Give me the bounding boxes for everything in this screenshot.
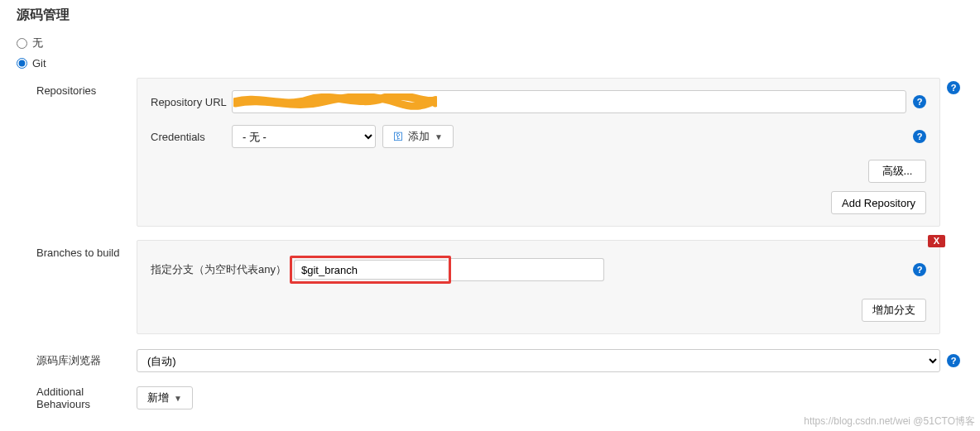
scm-option-git[interactable]: Git: [17, 54, 963, 73]
delete-branch-button[interactable]: X: [928, 235, 945, 247]
help-icon[interactable]: ?: [913, 95, 926, 108]
repo-url-label: Repository URL: [151, 96, 232, 108]
add-credentials-label: 添加: [408, 129, 430, 144]
branch-input-tail[interactable]: [451, 258, 604, 281]
branches-panel: X 指定分支（为空时代表any） ? 增加分支: [137, 240, 940, 334]
credentials-label: Credentials: [151, 131, 232, 143]
credentials-select[interactable]: - 无 -: [232, 125, 376, 148]
branch-input-highlight: [290, 256, 451, 284]
repo-url-input[interactable]: [232, 90, 906, 113]
add-branch-button[interactable]: 增加分支: [862, 299, 926, 322]
chevron-down-icon: ▼: [435, 132, 443, 141]
scm-radio-git[interactable]: [17, 58, 27, 69]
scm-radio-none[interactable]: [17, 38, 27, 49]
section-title: 源码管理: [0, 0, 980, 32]
branch-input[interactable]: [294, 260, 447, 280]
repo-browser-label: 源码库浏览器: [17, 353, 137, 368]
scm-option-none[interactable]: 无: [17, 32, 963, 54]
additional-behaviours-label: Additional Behaviours: [17, 386, 137, 410]
branches-label: Branches to build: [17, 240, 137, 334]
add-behaviour-button[interactable]: 新增 ▼: [137, 386, 193, 409]
branch-spec-label: 指定分支（为空时代表any）: [151, 262, 290, 277]
help-icon[interactable]: ?: [913, 263, 926, 276]
add-repository-button[interactable]: Add Repository: [831, 191, 926, 214]
repositories-panel: Repository URL ? Credentials - 无 - ⚿: [137, 78, 940, 227]
help-icon[interactable]: ?: [947, 81, 960, 94]
chevron-down-icon: ▼: [174, 394, 182, 403]
repo-browser-select[interactable]: (自动): [137, 349, 940, 372]
scm-radio-git-label: Git: [32, 57, 46, 69]
scm-radio-none-label: 无: [32, 36, 43, 50]
help-icon[interactable]: ?: [947, 354, 960, 367]
key-icon: ⚿: [393, 131, 403, 142]
repositories-label: Repositories: [17, 78, 137, 227]
help-icon[interactable]: ?: [913, 130, 926, 143]
advanced-button[interactable]: 高级...: [868, 160, 926, 183]
add-credentials-button[interactable]: ⚿ 添加 ▼: [382, 125, 454, 148]
